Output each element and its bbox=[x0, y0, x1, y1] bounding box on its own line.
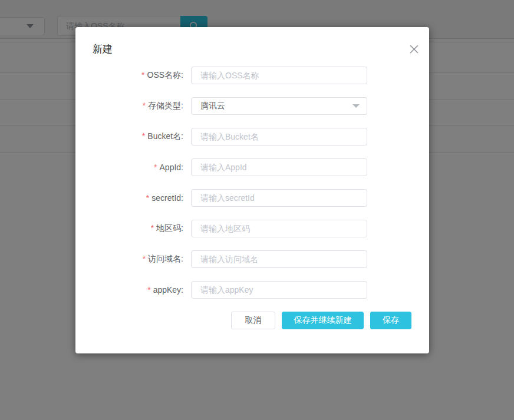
secret-id-input[interactable] bbox=[191, 189, 367, 207]
form-row-bucket-name: *Bucket名: bbox=[75, 128, 429, 145]
form-row-storage-type: *存储类型: 腾讯云 bbox=[75, 97, 429, 115]
required-marker: * bbox=[146, 193, 149, 203]
field-label: *访问域名: bbox=[75, 254, 191, 264]
field-label: *AppId: bbox=[75, 163, 191, 172]
required-marker: * bbox=[147, 285, 150, 295]
form-row-app-key: *appKey: bbox=[75, 281, 429, 299]
bucket-name-input[interactable] bbox=[191, 128, 367, 145]
required-marker: * bbox=[143, 101, 146, 110]
caret-down-icon bbox=[352, 104, 360, 108]
dialog-title: 新建 bbox=[93, 44, 113, 55]
required-marker: * bbox=[143, 254, 146, 263]
form-row-access-domain: *访问域名: bbox=[75, 250, 429, 268]
field-label: *Bucket名: bbox=[75, 131, 191, 142]
field-label-text: AppId: bbox=[160, 163, 183, 172]
app-id-input[interactable] bbox=[191, 158, 367, 176]
field-label-text: 地区码: bbox=[156, 223, 183, 233]
app-key-input[interactable] bbox=[191, 281, 367, 299]
access-domain-input[interactable] bbox=[191, 250, 367, 268]
required-marker: * bbox=[154, 163, 157, 172]
field-label: *OSS名称: bbox=[75, 70, 191, 81]
form-row-secret-id: *secretId: bbox=[75, 189, 429, 207]
dialog-form: *OSS名称: *存储类型: 腾讯云 *Bucket名: *AppId: *se… bbox=[75, 56, 429, 299]
storage-type-value: 腾讯云 bbox=[200, 101, 225, 111]
dialog-footer: 取消 保存并继续新建 保存 bbox=[75, 312, 429, 329]
storage-type-select[interactable]: 腾讯云 bbox=[191, 97, 367, 115]
field-label: *地区码: bbox=[75, 223, 191, 234]
field-label-text: Bucket名: bbox=[147, 131, 183, 141]
form-row-region-code: *地区码: bbox=[75, 220, 429, 237]
oss-name-input[interactable] bbox=[191, 67, 367, 84]
field-label: *secretId: bbox=[75, 193, 191, 203]
region-code-input[interactable] bbox=[191, 220, 367, 237]
field-label-text: 访问域名: bbox=[148, 254, 183, 263]
field-label: *存储类型: bbox=[75, 101, 191, 111]
create-oss-dialog: 新建 *OSS名称: *存储类型: 腾讯云 *Bucket名: *AppId: bbox=[75, 27, 429, 353]
field-label-text: 存储类型: bbox=[148, 101, 183, 110]
save-button[interactable]: 保存 bbox=[370, 312, 411, 329]
required-marker: * bbox=[141, 70, 144, 80]
field-label-text: appKey: bbox=[153, 285, 183, 295]
required-marker: * bbox=[142, 131, 145, 141]
field-label-text: secretId: bbox=[151, 193, 183, 203]
cancel-button[interactable]: 取消 bbox=[231, 312, 275, 329]
form-row-app-id: *AppId: bbox=[75, 158, 429, 176]
save-and-continue-button[interactable]: 保存并继续新建 bbox=[282, 312, 364, 329]
close-icon[interactable] bbox=[408, 44, 419, 54]
required-marker: * bbox=[151, 223, 154, 233]
field-label: *appKey: bbox=[75, 285, 191, 295]
form-row-oss-name: *OSS名称: bbox=[75, 67, 429, 84]
dialog-header: 新建 bbox=[75, 27, 429, 56]
field-label-text: OSS名称: bbox=[147, 70, 183, 80]
